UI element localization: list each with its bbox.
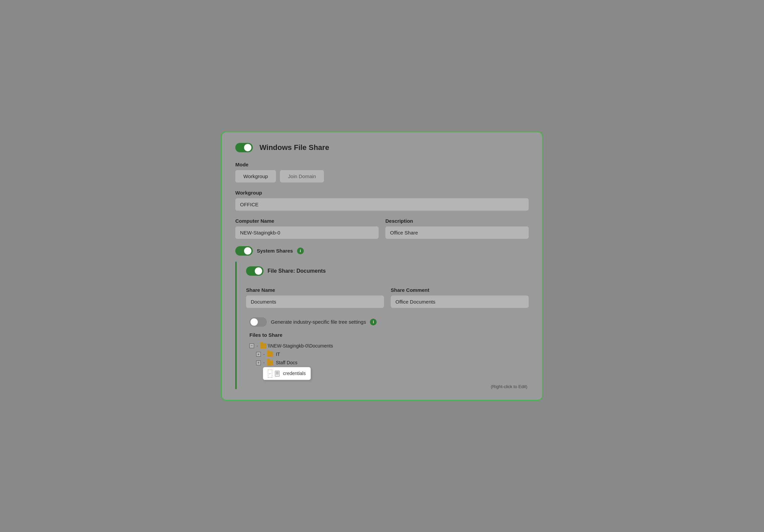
credentials-connector: ⌐: [268, 370, 272, 378]
share-comment-input[interactable]: [391, 296, 529, 308]
description-input[interactable]: [385, 226, 529, 239]
staffdocs-label: Staff Docs: [276, 359, 297, 367]
share-fields-row: Share Name Share Comment: [246, 287, 529, 308]
it-expand-icon[interactable]: +: [256, 352, 261, 357]
share-comment-col: Share Comment: [391, 287, 529, 308]
files-to-share-label: Files to Share: [246, 332, 529, 338]
system-shares-label: System Shares: [257, 248, 293, 254]
mode-section: Mode Workgroup Join Domain: [235, 162, 529, 182]
workgroup-section: Workgroup: [235, 190, 529, 211]
description-col: Description: [385, 218, 529, 239]
join-domain-button[interactable]: Join Domain: [280, 170, 324, 182]
tree-item-staffdocs: + - Staff Docs: [256, 359, 529, 367]
share-name-col: Share Name: [246, 287, 384, 308]
file-share-subsection: File Share: Documents Share Name Share C…: [235, 262, 529, 389]
mode-label: Mode: [235, 162, 529, 167]
tree-item-it: + - IT: [256, 350, 529, 359]
header-row: Windows File Share: [235, 143, 529, 152]
root-label: \\NEW-Stagingkb-0\Documents: [268, 342, 333, 350]
workgroup-label: Workgroup: [235, 190, 529, 196]
tree-root: − - \\NEW-Stagingkb-0\Documents: [249, 342, 529, 350]
credentials-popup[interactable]: ⌐ credentials: [263, 367, 311, 380]
main-window: Windows File Share Mode Workgroup Join D…: [221, 131, 543, 401]
credentials-file-icon: [275, 371, 280, 377]
credentials-label: credentials: [283, 369, 306, 378]
system-shares-info-icon: i: [297, 248, 304, 254]
file-share-documents-label: File Share: Documents: [268, 268, 326, 274]
generate-label: Generate industry-specific file tree set…: [271, 319, 366, 325]
file-share-documents-toggle[interactable]: [246, 266, 264, 276]
file-tree: − - \\NEW-Stagingkb-0\Documents + - IT +…: [246, 342, 529, 380]
computer-name-input[interactable]: [235, 226, 379, 239]
it-folder-icon: [267, 352, 273, 357]
generate-info-icon: i: [370, 319, 377, 325]
generate-toggle-row: Generate industry-specific file tree set…: [246, 317, 529, 327]
root-expand-icon[interactable]: −: [249, 343, 254, 348]
share-name-label: Share Name: [246, 287, 384, 293]
share-comment-label: Share Comment: [391, 287, 529, 293]
computer-name-label: Computer Name: [235, 218, 379, 224]
computer-name-col: Computer Name: [235, 218, 379, 239]
staffdocs-folder-icon: [267, 360, 273, 366]
staffdocs-expand-icon[interactable]: +: [256, 361, 261, 365]
workgroup-input[interactable]: [235, 198, 529, 211]
system-shares-row: System Shares i: [235, 246, 529, 256]
it-label: IT: [276, 350, 280, 359]
system-shares-toggle[interactable]: [235, 246, 253, 256]
tree-item-credentials: ⌐ credentials: [263, 367, 529, 380]
share-name-input[interactable]: [246, 296, 384, 308]
mode-options: Workgroup Join Domain: [235, 170, 529, 182]
right-click-hint: (Right-click to Edit): [246, 384, 529, 389]
workgroup-button[interactable]: Workgroup: [235, 170, 276, 182]
windows-file-share-toggle[interactable]: [235, 143, 253, 152]
computer-description-row: Computer Name Description: [235, 218, 529, 239]
file-share-documents-header: File Share: Documents: [246, 262, 529, 279]
root-folder-icon: [260, 343, 267, 349]
description-label: Description: [385, 218, 529, 224]
generate-toggle[interactable]: [249, 317, 267, 327]
page-title: Windows File Share: [259, 143, 329, 152]
